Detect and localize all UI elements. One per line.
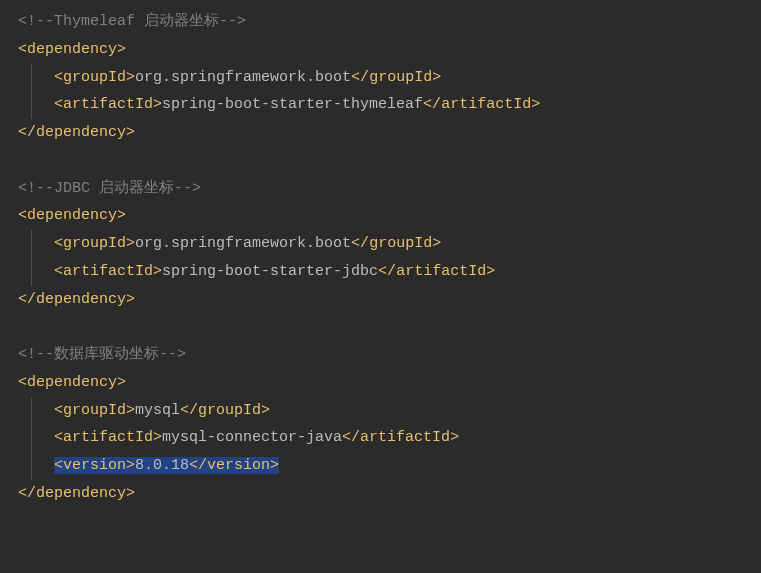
code-line-14[interactable]: <groupId>mysql</groupId> xyxy=(0,397,761,425)
token-bracket: < xyxy=(54,235,63,252)
token-bracket: < xyxy=(54,69,63,86)
token-bracket: </ xyxy=(351,69,369,86)
code-editor[interactable]: <!--Thymeleaf 启动器坐标--><dependency> <grou… xyxy=(0,8,761,508)
token-tag: dependency xyxy=(36,485,126,502)
token-tag: dependency xyxy=(27,41,117,58)
code-line-15[interactable]: <artifactId>mysql-connector-java</artifa… xyxy=(0,424,761,452)
token-bracket: > xyxy=(270,457,279,474)
code-line-9[interactable]: <artifactId>spring-boot-starter-jdbc</ar… xyxy=(0,258,761,286)
token-tag: version xyxy=(207,457,270,474)
code-line-16[interactable]: <version>8.0.18</version> xyxy=(0,452,761,480)
token-comment: <!--JDBC 启动器坐标--> xyxy=(18,180,201,197)
token-tag: groupId xyxy=(198,402,261,419)
token-tag: version xyxy=(63,457,126,474)
indent-guide xyxy=(31,258,32,286)
token-bracket: > xyxy=(126,291,135,308)
indent-guide xyxy=(31,452,32,480)
token-bracket: < xyxy=(18,207,27,224)
token-tag: groupId xyxy=(63,69,126,86)
token-bracket: > xyxy=(126,124,135,141)
token-bracket: > xyxy=(450,429,459,446)
token-bracket: < xyxy=(54,96,63,113)
token-comment: <!--Thymeleaf 启动器坐标--> xyxy=(18,13,246,30)
code-line-13[interactable]: <dependency> xyxy=(0,369,761,397)
code-line-10[interactable]: </dependency> xyxy=(0,286,761,314)
token-comment: <!--数据库驱动坐标--> xyxy=(18,346,186,363)
token-bracket: > xyxy=(261,402,270,419)
token-tag: dependency xyxy=(27,374,117,391)
token-text: mysql xyxy=(135,402,180,419)
code-line-4[interactable]: </dependency> xyxy=(0,119,761,147)
token-bracket: < xyxy=(18,41,27,58)
token-bracket: </ xyxy=(18,485,36,502)
code-line-3[interactable]: <artifactId>spring-boot-starter-thymelea… xyxy=(0,91,761,119)
token-bracket: > xyxy=(126,235,135,252)
token-tag: artifactId xyxy=(396,263,486,280)
token-bracket: </ xyxy=(18,124,36,141)
token-bracket: </ xyxy=(189,457,207,474)
token-tag: dependency xyxy=(36,124,126,141)
token-bracket: > xyxy=(117,207,126,224)
token-text: org.springframework.boot xyxy=(135,235,351,252)
token-tag: artifactId xyxy=(63,429,153,446)
token-text: mysql-connector-java xyxy=(162,429,342,446)
token-tag: groupId xyxy=(63,235,126,252)
token-tag: groupId xyxy=(369,69,432,86)
code-line-6[interactable]: <!--JDBC 启动器坐标--> xyxy=(0,175,761,203)
indent-guide xyxy=(31,397,32,425)
token-bracket: </ xyxy=(342,429,360,446)
token-bracket: < xyxy=(54,263,63,280)
token-bracket: > xyxy=(153,429,162,446)
token-bracket: </ xyxy=(351,235,369,252)
token-text: 8.0.18 xyxy=(135,457,189,474)
token-text: spring-boot-starter-jdbc xyxy=(162,263,378,280)
token-bracket: > xyxy=(126,485,135,502)
token-tag: artifactId xyxy=(360,429,450,446)
token-bracket: </ xyxy=(423,96,441,113)
token-tag: dependency xyxy=(27,207,117,224)
token-bracket: < xyxy=(54,402,63,419)
token-bracket: < xyxy=(54,429,63,446)
token-text: spring-boot-starter-thymeleaf xyxy=(162,96,423,113)
indent-guide xyxy=(31,64,32,92)
token-bracket: > xyxy=(126,457,135,474)
token-tag: groupId xyxy=(63,402,126,419)
token-bracket: > xyxy=(531,96,540,113)
token-bracket: > xyxy=(153,96,162,113)
code-line-1[interactable]: <dependency> xyxy=(0,36,761,64)
token-bracket: > xyxy=(432,235,441,252)
indent-guide xyxy=(31,91,32,119)
token-bracket: > xyxy=(432,69,441,86)
token-text: org.springframework.boot xyxy=(135,69,351,86)
indent-guide xyxy=(31,424,32,452)
code-line-2[interactable]: <groupId>org.springframework.boot</group… xyxy=(0,64,761,92)
token-bracket: </ xyxy=(180,402,198,419)
token-bracket: < xyxy=(54,457,63,474)
token-bracket: </ xyxy=(378,263,396,280)
token-tag: artifactId xyxy=(63,96,153,113)
token-bracket: < xyxy=(18,374,27,391)
indent-guide xyxy=(31,230,32,258)
code-line-8[interactable]: <groupId>org.springframework.boot</group… xyxy=(0,230,761,258)
token-tag: groupId xyxy=(369,235,432,252)
token-tag: artifactId xyxy=(63,263,153,280)
token-bracket: > xyxy=(486,263,495,280)
blank-line xyxy=(0,147,761,175)
token-bracket: > xyxy=(126,402,135,419)
highlighted-selection[interactable]: <version>8.0.18</version> xyxy=(54,457,279,474)
code-line-17[interactable]: </dependency> xyxy=(0,480,761,508)
blank-line xyxy=(0,313,761,341)
token-bracket: > xyxy=(117,41,126,58)
token-bracket: </ xyxy=(18,291,36,308)
code-line-7[interactable]: <dependency> xyxy=(0,202,761,230)
token-bracket: > xyxy=(117,374,126,391)
token-tag: dependency xyxy=(36,291,126,308)
token-bracket: > xyxy=(126,69,135,86)
token-tag: artifactId xyxy=(441,96,531,113)
code-line-0[interactable]: <!--Thymeleaf 启动器坐标--> xyxy=(0,8,761,36)
token-bracket: > xyxy=(153,263,162,280)
code-line-12[interactable]: <!--数据库驱动坐标--> xyxy=(0,341,761,369)
